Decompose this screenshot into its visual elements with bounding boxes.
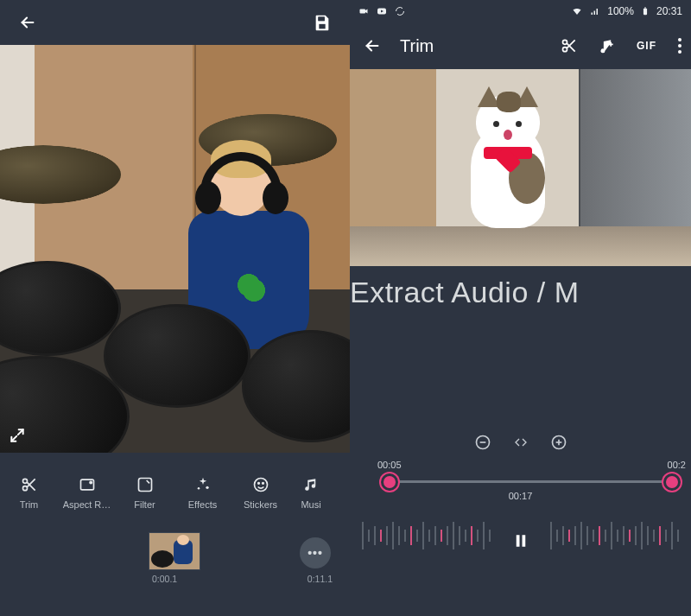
camera-status-icon — [358, 6, 369, 16]
battery-pct: 100% — [607, 5, 634, 17]
svg-point-9 — [254, 479, 267, 492]
svg-rect-15 — [644, 7, 646, 8]
svg-rect-1 — [318, 17, 324, 22]
svg-point-17 — [563, 48, 567, 52]
code-icon — [512, 435, 529, 449]
video-preview[interactable] — [0, 45, 350, 453]
editor-toolbar: Trim Aspect R… Filter Effects Stickers M… — [0, 453, 350, 524]
screen-title: Trim — [400, 36, 434, 56]
svg-rect-6 — [138, 479, 151, 492]
back-button[interactable] — [16, 10, 40, 35]
filter-icon — [136, 476, 154, 493]
zoom-out-button[interactable] — [474, 434, 491, 451]
range-start-label: 00:05 — [377, 460, 402, 470]
scissors-icon — [21, 476, 38, 493]
svg-point-11 — [262, 483, 263, 485]
svg-rect-0 — [319, 24, 325, 29]
more-vert-icon — [677, 37, 682, 54]
signal-icon — [590, 6, 600, 16]
cut-button[interactable] — [561, 37, 578, 54]
timeline-end-label: 0:11.1 — [307, 574, 333, 584]
more-button[interactable]: ••• — [300, 537, 331, 568]
ellipsis-icon: ••• — [307, 546, 323, 560]
tool-label: Musi — [301, 499, 320, 510]
range-handle-start[interactable] — [381, 473, 398, 491]
svg-point-19 — [678, 44, 681, 48]
fit-button[interactable] — [512, 435, 529, 449]
svg-point-5 — [90, 481, 92, 483]
trim-screen: 100% 20:31 Trim GIF — [350, 0, 691, 616]
music-icon — [303, 476, 319, 493]
zoom-in-button[interactable] — [550, 434, 567, 451]
overflow-button[interactable] — [677, 37, 682, 54]
tool-trim[interactable]: Trim — [0, 475, 58, 510]
svg-point-8 — [197, 487, 200, 490]
wifi-icon — [571, 6, 583, 16]
save-button[interactable] — [310, 10, 334, 35]
plus-circle-icon — [550, 434, 567, 451]
svg-point-10 — [257, 483, 259, 485]
back-button[interactable] — [360, 34, 384, 58]
sync-status-icon — [395, 6, 405, 16]
tool-aspect-ratio[interactable]: Aspect R… — [58, 475, 116, 510]
trim-video-preview[interactable] — [350, 69, 691, 266]
arrow-left-icon — [18, 13, 37, 32]
tool-label: Filter — [134, 499, 155, 510]
arrow-left-icon — [363, 36, 382, 55]
music-plus-icon — [599, 37, 616, 54]
clock: 20:31 — [656, 5, 682, 17]
svg-rect-24 — [522, 535, 525, 547]
save-icon — [313, 13, 332, 32]
range-end-label: 00:2 — [668, 460, 686, 470]
tool-music[interactable]: Musi — [289, 475, 333, 510]
tool-label: Trim — [20, 499, 39, 510]
tool-effects[interactable]: Effects — [174, 475, 231, 510]
svg-point-3 — [22, 486, 27, 491]
aspect-icon — [79, 476, 96, 493]
fullscreen-button[interactable] — [9, 427, 26, 444]
svg-point-20 — [678, 50, 681, 54]
zoom-controls — [350, 429, 691, 456]
spacer — [350, 318, 691, 429]
scissors-icon — [561, 37, 578, 54]
svg-point-2 — [22, 479, 27, 483]
trim-topbar: Trim GIF — [350, 22, 691, 69]
trim-range[interactable]: 00:05 00:2 00:17 — [350, 456, 691, 503]
tool-label: Aspect R… — [63, 499, 111, 510]
svg-point-7 — [206, 486, 208, 489]
editor-timeline[interactable]: ••• 0:00.1 0:11.1 — [0, 524, 350, 616]
minus-circle-icon — [474, 434, 491, 451]
scrubber[interactable] — [350, 503, 691, 579]
editor-topbar — [0, 0, 350, 45]
overlay-caption: Extract Audio / M — [350, 266, 691, 318]
sticker-icon — [252, 476, 269, 493]
pause-icon — [513, 531, 529, 550]
svg-point-16 — [563, 40, 567, 44]
add-music-button[interactable] — [599, 37, 616, 54]
gif-button[interactable]: GIF — [637, 40, 656, 52]
status-bar: 100% 20:31 — [350, 0, 691, 22]
tool-stickers[interactable]: Stickers — [231, 475, 289, 510]
tool-label: Stickers — [244, 499, 277, 510]
svg-rect-23 — [516, 535, 519, 547]
range-handle-end[interactable] — [663, 473, 681, 491]
pause-button[interactable] — [513, 531, 529, 550]
battery-icon — [641, 5, 650, 17]
youtube-status-icon — [376, 6, 388, 16]
svg-rect-14 — [643, 9, 647, 16]
effects-icon — [194, 476, 212, 493]
editor-screen: Trim Aspect R… Filter Effects Stickers M… — [0, 0, 350, 616]
range-cursor-label: 00:17 — [509, 491, 533, 501]
svg-point-18 — [678, 38, 681, 41]
timeline-start-label: 0:00.1 — [152, 574, 177, 584]
clip-thumbnail[interactable] — [149, 532, 200, 570]
tool-label: Effects — [188, 499, 217, 510]
expand-icon — [9, 427, 26, 444]
svg-rect-12 — [360, 10, 366, 14]
tool-filter[interactable]: Filter — [116, 475, 174, 510]
range-track[interactable] — [390, 480, 669, 483]
